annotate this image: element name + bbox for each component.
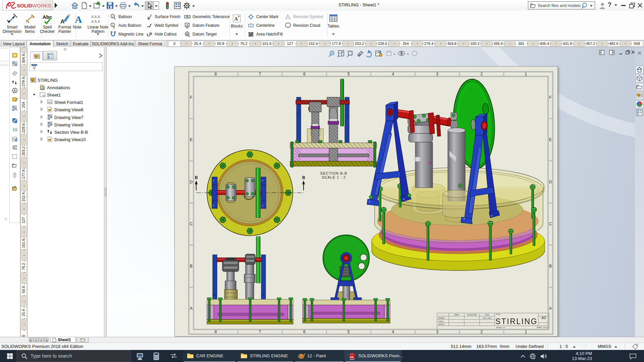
svg-text:*: * [213, 204, 214, 208]
svg-text:C: C [549, 222, 552, 226]
svg-text:*: * [213, 179, 214, 183]
svg-text:NAME: NAME [454, 314, 459, 316]
svg-text:*: * [464, 217, 465, 221]
svg-text:SHEET 1 OF 1: SHEET 1 OF 1 [537, 326, 548, 328]
svg-text:2018: 2018 [350, 358, 355, 360]
svg-text:E: E [549, 137, 552, 142]
svg-text:*: * [369, 200, 371, 204]
svg-text:5: 5 [347, 329, 350, 334]
svg-text:1: 1 [525, 72, 527, 76]
svg-text:SCALE 1 : 2: SCALE 1 : 2 [322, 175, 346, 179]
svg-text:4: 4 [392, 72, 394, 76]
svg-text:SW: SW [350, 356, 354, 358]
svg-text:D: D [190, 180, 193, 184]
svg-text:8: 8 [215, 72, 217, 76]
svg-text:A3: A3 [541, 316, 546, 320]
svg-text:5: 5 [347, 72, 350, 76]
svg-text:A: A [75, 14, 82, 25]
svg-text:4: 4 [392, 329, 394, 334]
svg-text:CHK'D: CHK'D [438, 320, 444, 322]
svg-text:C: C [190, 222, 193, 226]
svg-text:AAA: AAA [91, 15, 101, 19]
svg-text:B: B [302, 175, 305, 180]
svg-text:1: 1 [112, 15, 113, 17]
svg-text:F: F [190, 95, 192, 100]
svg-text:DRAWN: DRAWN [438, 317, 445, 319]
svg-text:*: * [262, 179, 263, 183]
svg-text:SCALE: 1:5: SCALE: 1:5 [496, 326, 505, 328]
svg-text:A1: A1 [186, 33, 189, 35]
svg-text:2: 2 [480, 72, 483, 76]
svg-text:8: 8 [215, 329, 217, 334]
svg-text:09-01-2023: 09-01-2023 [483, 317, 491, 319]
svg-text:6: 6 [303, 72, 306, 76]
svg-text:F: F [549, 95, 551, 100]
svg-text:D: D [549, 180, 552, 184]
svg-text:SECTION B-B: SECTION B-B [320, 171, 347, 175]
svg-text:A: A [42, 86, 44, 90]
svg-text:B: B [195, 175, 198, 180]
svg-text:2: 2 [480, 329, 483, 334]
svg-text:3: 3 [436, 72, 438, 76]
svg-text:A: A [234, 16, 238, 21]
svg-text:1: 1 [112, 24, 113, 26]
svg-text:B: B [190, 264, 193, 268]
svg-text:SIGNATURE: SIGNATURE [467, 314, 477, 316]
svg-text:SOLIDWORKS: SOLIDWORKS [17, 3, 51, 8]
svg-text:DATE: DATE [485, 314, 490, 316]
svg-text:A: A [186, 23, 189, 27]
svg-text:A: A [190, 306, 193, 311]
svg-text:*: * [262, 204, 263, 208]
svg-text:1: 1 [525, 329, 527, 334]
svg-text:E: E [190, 137, 193, 142]
svg-text:APPV'D: APPV'D [438, 323, 444, 325]
svg-text:3: 3 [436, 329, 438, 334]
svg-text:6: 6 [303, 329, 306, 334]
svg-text:A: A [14, 89, 16, 93]
svg-text:B: B [549, 264, 552, 268]
svg-text:TITLE:: TITLE: [496, 313, 501, 315]
svg-text:A: A [549, 306, 552, 311]
svg-text:AAA: AAA [91, 19, 101, 23]
svg-text:*: * [491, 215, 493, 219]
svg-text:STIRLING: STIRLING [495, 316, 538, 326]
svg-text:7: 7 [259, 329, 261, 334]
svg-text:0.3: 0.3 [187, 16, 191, 18]
svg-text:7: 7 [259, 72, 261, 76]
svg-text:A: A [60, 18, 64, 25]
svg-text:*: * [403, 198, 405, 202]
